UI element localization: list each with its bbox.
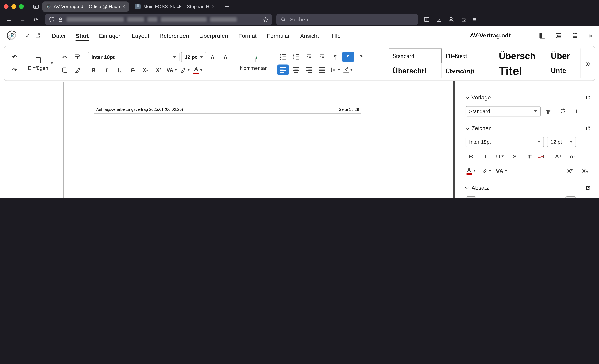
increase-indent-button[interactable]: [303, 52, 315, 62]
bold-button[interactable]: B: [88, 64, 99, 75]
back-button[interactable]: ←: [4, 15, 14, 25]
menu-einfuegen[interactable]: Einfügen: [99, 30, 122, 41]
hamburger-menu-icon[interactable]: ≡: [473, 15, 476, 24]
bookmark-star-icon[interactable]: [263, 17, 269, 22]
tab-office[interactable]: AV-Vertrag.odt - Office @ Hada ×: [43, 1, 129, 12]
account-icon[interactable]: [448, 17, 454, 22]
menu-referenzen[interactable]: Referenzen: [159, 30, 189, 41]
menu-start[interactable]: Start: [76, 30, 89, 41]
toolbar-overflow-button[interactable]: »: [586, 59, 590, 68]
sidebar-direction-ltr-button[interactable]: ¶: [565, 196, 576, 198]
close-tab-icon[interactable]: ×: [211, 4, 215, 9]
new-tab-button[interactable]: +: [225, 2, 229, 11]
menu-formular[interactable]: Formular: [267, 30, 290, 41]
collapse-chevron-icon[interactable]: [466, 95, 469, 99]
sidebar-italic-button[interactable]: I: [480, 151, 491, 162]
copy-button[interactable]: [59, 64, 70, 75]
menu-format[interactable]: Format: [238, 30, 256, 41]
refresh-style-button[interactable]: [557, 106, 568, 116]
new-style-button[interactable]: +: [571, 106, 582, 116]
open-in-new-icon[interactable]: [33, 31, 43, 41]
close-document-icon[interactable]: ×: [588, 32, 593, 40]
reload-button[interactable]: ⟳: [31, 15, 41, 25]
sidebar-highlight-button[interactable]: [481, 165, 492, 176]
sidebar-bold-button[interactable]: B: [466, 151, 476, 162]
sidebar-underline-button[interactable]: U: [495, 151, 505, 162]
underline-button[interactable]: U: [114, 64, 125, 75]
align-right-button[interactable]: [303, 64, 315, 75]
style-ueberschrift-italic[interactable]: Überschrift: [441, 63, 495, 78]
lock-icon[interactable]: [58, 17, 63, 22]
style-standard[interactable]: Standard: [389, 48, 441, 63]
url-bar[interactable]: [45, 14, 273, 25]
format-paintbrush-button[interactable]: [72, 52, 83, 62]
menu-datei[interactable]: Datei: [52, 30, 65, 41]
menu-hilfe[interactable]: Hilfe: [329, 30, 341, 41]
sidebar-superscript-button[interactable]: X²: [565, 165, 575, 176]
sidebar-clear-formatting-button[interactable]: T: [538, 151, 549, 162]
sidebar-strikethrough-button[interactable]: S: [509, 151, 520, 162]
undo-button[interactable]: ↶: [9, 52, 20, 62]
sidebar-shrink-font-button[interactable]: A↓: [567, 151, 578, 162]
sidebars-icon[interactable]: [424, 17, 430, 22]
text-direction-rtl-button[interactable]: ¶: [355, 52, 367, 62]
sidebar-toggle-icon[interactable]: [539, 33, 545, 38]
download-icon[interactable]: [436, 17, 442, 22]
character-spacing-button[interactable]: VA: [166, 64, 178, 75]
highlight-color-button[interactable]: [179, 64, 191, 75]
sidebar-font-color-button[interactable]: A: [466, 165, 476, 176]
style-ueberschrift-cut[interactable]: Über: [547, 48, 581, 63]
extensions-puzzle-icon[interactable]: [460, 17, 466, 22]
sidebar-align-left-button[interactable]: [466, 196, 476, 198]
style-titel[interactable]: Titel: [495, 63, 547, 78]
menu-ueberpruefen[interactable]: Überprüfen: [199, 30, 228, 41]
clear-formatting-button[interactable]: [72, 64, 83, 75]
sidebar-subscript-button[interactable]: X₂: [580, 165, 590, 176]
menu-ansicht[interactable]: Ansicht: [300, 30, 319, 41]
shrink-font-button[interactable]: A↓: [221, 52, 232, 62]
close-tab-icon[interactable]: ×: [122, 4, 125, 9]
align-left-button[interactable]: [277, 64, 289, 75]
cut-button[interactable]: ✂: [59, 52, 70, 62]
decrease-indent-button[interactable]: [316, 52, 328, 62]
minimize-window-button[interactable]: [11, 4, 16, 9]
strikethrough-button[interactable]: S: [127, 64, 138, 75]
bullet-list-button[interactable]: [277, 52, 289, 62]
style-ueberschrift2[interactable]: Überschri: [389, 63, 441, 78]
browser-search-input[interactable]: [289, 16, 414, 23]
document-canvas[interactable]: Auftragsverarbeitungsvertrag 2025.01 (06…: [0, 81, 456, 198]
comment-button[interactable]: + Kommentar: [237, 48, 273, 78]
style-ueberschrift1[interactable]: Übersch: [495, 48, 547, 63]
sidebar-align-center-button[interactable]: [480, 196, 491, 198]
align-justify-button[interactable]: [316, 64, 328, 75]
close-window-button[interactable]: [4, 4, 8, 9]
font-color-button[interactable]: A: [192, 64, 204, 75]
document-page[interactable]: Auftragsverarbeitungsvertrag 2025.01 (06…: [63, 82, 392, 198]
paste-button[interactable]: Einfügen: [25, 48, 54, 78]
update-style-button[interactable]: ¶✎: [544, 106, 554, 116]
paragraph-background-button[interactable]: [342, 64, 354, 75]
italic-button[interactable]: I: [101, 64, 112, 75]
formatting-marks-button[interactable]: ¶: [329, 52, 341, 62]
outline-list-icon[interactable]: [555, 32, 561, 38]
redo-button[interactable]: ↷: [9, 64, 20, 75]
line-spacing-button[interactable]: [329, 64, 341, 75]
sidebar-font-name-combo[interactable]: Inter 18pt: [466, 137, 544, 147]
tab-foss-stack[interactable]: Mein FOSS-Stack – Stephan Ha ×: [132, 1, 218, 12]
sidebar-character-spacing-button[interactable]: VA: [496, 165, 507, 176]
maximize-window-button[interactable]: [19, 4, 24, 9]
sidebar-align-justify-button[interactable]: [509, 196, 520, 198]
sidebar-grow-font-button[interactable]: A↑: [553, 151, 564, 162]
forward-button[interactable]: →: [18, 15, 27, 25]
style-untertitel-cut[interactable]: Unte: [547, 63, 581, 78]
vertical-scrollbar[interactable]: [453, 81, 455, 198]
menu-layout[interactable]: Layout: [132, 30, 149, 41]
font-name-combo[interactable]: Inter 18pt: [88, 52, 180, 62]
sidebar-align-right-button[interactable]: [495, 196, 505, 198]
collapse-chevron-icon[interactable]: [466, 186, 469, 189]
open-dialog-icon[interactable]: [585, 95, 591, 100]
browser-search-bar[interactable]: [276, 14, 418, 25]
collapse-chevron-icon[interactable]: [466, 126, 469, 130]
font-size-combo[interactable]: 12 pt: [181, 52, 206, 62]
save-status-check-icon[interactable]: ✓: [23, 31, 33, 41]
